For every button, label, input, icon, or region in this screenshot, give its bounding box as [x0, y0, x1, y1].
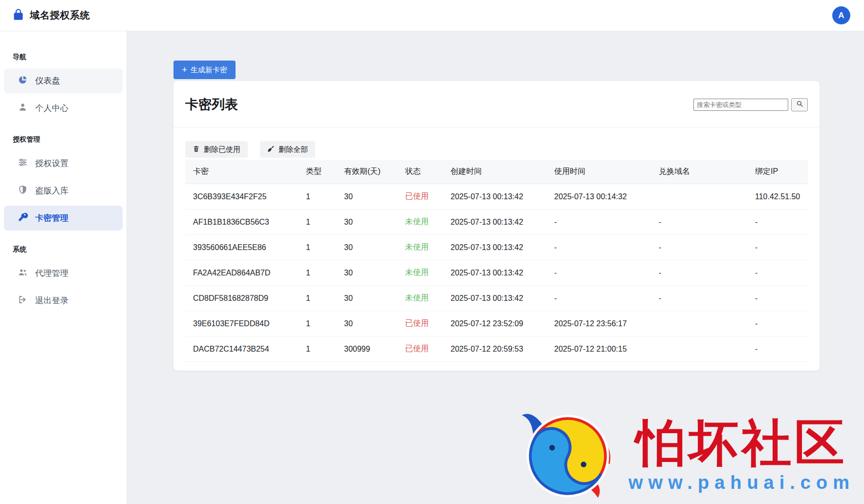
cell-domain: -	[651, 286, 747, 311]
col-validity: 有效期(天)	[336, 160, 397, 184]
cell-ip: -	[747, 235, 808, 260]
cell-type: 1	[298, 210, 336, 235]
nav-section-navigation: 导航 仪表盘 个人中心	[4, 53, 123, 121]
cell-domain	[651, 336, 747, 362]
search-button[interactable]	[791, 98, 808, 111]
broom-icon	[267, 145, 275, 154]
top-header: 域名授权系统 A	[0, 0, 864, 31]
search-icon	[796, 100, 803, 109]
cell-created: 2025-07-13 00:13:42	[443, 210, 546, 235]
sidebar-item-profile[interactable]: 个人中心	[4, 96, 123, 121]
cell-card-key: AF1B1B1836CB56C3	[185, 210, 298, 235]
pie-chart-icon	[18, 75, 28, 87]
sidebar-item-label: 仪表盘	[35, 75, 60, 86]
delete-used-button[interactable]: 删除已使用	[185, 141, 248, 158]
cell-validity: 30	[336, 260, 397, 286]
cell-validity: 30	[336, 184, 397, 210]
sidebar-item-logout[interactable]: 退出登录	[4, 288, 123, 313]
watermark: 怕坏社区 www.pahuai.com	[517, 407, 855, 503]
cell-card-key: 3C6B393E434F2F25	[185, 184, 298, 210]
sliders-icon	[18, 157, 28, 169]
cell-status: 未使用	[397, 286, 443, 311]
cell-used-time: 2025-07-12 21:00:15	[546, 336, 651, 362]
plus-icon: +	[182, 65, 187, 74]
col-type: 类型	[298, 160, 336, 184]
col-ip: 绑定IP	[747, 160, 808, 184]
cell-created: 2025-07-13 00:13:42	[443, 286, 546, 311]
watermark-site-name: 怕坏社区	[636, 417, 847, 469]
key-icon	[18, 212, 28, 224]
cell-created: 2025-07-12 20:59:53	[443, 336, 546, 362]
sidebar-item-label: 代理管理	[35, 268, 68, 279]
cell-domain	[651, 184, 747, 210]
generate-card-key-button[interactable]: + 生成新卡密	[173, 61, 236, 79]
col-used-time: 使用时间	[546, 160, 651, 184]
card-key-list-panel: 卡密列表 删除已使用 删除全部	[173, 81, 820, 371]
cell-domain: -	[651, 260, 747, 286]
sidebar-item-label: 卡密管理	[35, 212, 68, 224]
nav-section-label: 导航	[4, 53, 123, 62]
cell-used-time: 2025-07-12 23:56:17	[546, 311, 651, 336]
cell-domain: -	[651, 235, 747, 260]
trash-icon	[193, 145, 200, 154]
col-status: 状态	[397, 160, 443, 184]
col-card-key: 卡密	[185, 160, 298, 184]
app-brand: 域名授权系统	[12, 8, 90, 23]
cell-status: 已使用	[397, 336, 443, 362]
panel-title: 卡密列表	[185, 96, 238, 113]
cell-status: 未使用	[397, 235, 443, 260]
cell-ip: -	[747, 210, 808, 235]
sidebar-item-piracy[interactable]: 盗版入库	[4, 178, 123, 203]
cell-created: 2025-07-12 23:52:09	[443, 311, 546, 336]
cell-used-time: -	[546, 260, 651, 286]
cell-type: 1	[298, 235, 336, 260]
cell-ip: -	[747, 336, 808, 362]
lock-icon	[12, 8, 25, 23]
logout-icon	[18, 294, 28, 307]
cell-ip: 110.42.51.50	[747, 184, 808, 210]
cell-status: 已使用	[397, 184, 443, 210]
cell-ip: -	[747, 260, 808, 286]
cell-validity: 30	[336, 286, 397, 311]
table-row: AF1B1B1836CB56C3 1 30 未使用 2025-07-13 00:…	[185, 210, 808, 235]
cell-used-time: 2025-07-13 00:14:32	[546, 184, 651, 210]
nav-section-authorization: 授权管理 授权设置 盗版入库 卡密管理	[4, 135, 123, 231]
user-avatar[interactable]: A	[832, 6, 850, 24]
cell-validity: 30	[336, 210, 397, 235]
table-toolbar: 删除已使用 删除全部	[173, 127, 820, 160]
cell-status: 未使用	[397, 260, 443, 286]
cell-created: 2025-07-13 00:13:42	[443, 184, 546, 210]
table-row: DACB72C14473B254 1 300999 已使用 2025-07-12…	[185, 336, 808, 362]
search-area	[693, 98, 808, 111]
search-input[interactable]	[693, 99, 788, 111]
nav-section-label: 系统	[4, 245, 123, 254]
users-icon	[18, 267, 28, 279]
col-created: 创建时间	[443, 160, 546, 184]
cell-card-key: FA2A42EAD864AB7D	[185, 260, 298, 286]
sidebar-item-card-keys[interactable]: 卡密管理	[4, 206, 123, 231]
sidebar-item-dashboard[interactable]: 仪表盘	[4, 68, 123, 93]
cell-type: 1	[298, 260, 336, 286]
cell-validity: 300999	[336, 336, 397, 362]
cell-used-time: -	[546, 210, 651, 235]
cell-type: 1	[298, 184, 336, 210]
sidebar-item-auth-settings[interactable]: 授权设置	[4, 151, 123, 176]
table-row: 3C6B393E434F2F25 1 30 已使用 2025-07-13 00:…	[185, 184, 808, 210]
main-content: + 生成新卡密 卡密列表 删除已使用 删	[127, 31, 864, 504]
delete-all-button[interactable]: 删除全部	[260, 141, 315, 158]
watermark-site-url: www.pahuai.com	[628, 472, 855, 493]
cell-used-time: -	[546, 235, 651, 260]
cell-domain	[651, 311, 747, 336]
sidebar-item-label: 个人中心	[35, 103, 68, 114]
shield-icon	[18, 185, 28, 197]
cell-validity: 30	[336, 311, 397, 336]
app-title: 域名授权系统	[30, 9, 90, 22]
sidebar-item-agents[interactable]: 代理管理	[4, 261, 123, 286]
cell-card-key: 393560661AEE5E86	[185, 235, 298, 260]
cell-type: 1	[298, 286, 336, 311]
cell-card-key: DACB72C14473B254	[185, 336, 298, 362]
table-row: 393560661AEE5E86 1 30 未使用 2025-07-13 00:…	[185, 235, 808, 260]
sidebar-item-label: 盗版入库	[35, 185, 68, 196]
sidebar: 导航 仪表盘 个人中心 授权管理 授权设置 盗版入库 卡密管理	[0, 31, 127, 504]
cell-domain: -	[651, 210, 747, 235]
